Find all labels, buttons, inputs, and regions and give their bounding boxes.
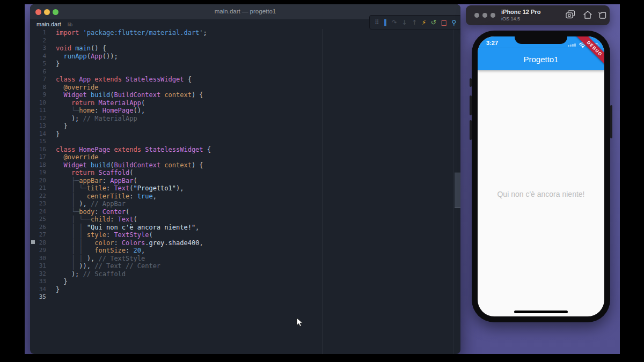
hot-reload-icon[interactable]: ⚡ — [422, 19, 426, 26]
code-line-32[interactable]: 32 ); // Scaffold — [30, 270, 454, 278]
code-line-34[interactable]: 34} — [30, 286, 454, 294]
line-number[interactable]: 24 — [30, 208, 46, 216]
line-number[interactable]: 32 — [30, 270, 46, 278]
hot-restart-icon[interactable]: ↺ — [431, 19, 436, 26]
code-line-14[interactable]: 14} — [30, 130, 454, 138]
sim-minimize-button[interactable] — [482, 13, 487, 18]
stop-icon[interactable]: □ — [441, 19, 447, 26]
color-swatch-decoration[interactable] — [31, 240, 35, 244]
line-number[interactable]: 3 — [30, 45, 46, 53]
line-number[interactable]: 26 — [30, 224, 46, 232]
code-line-22[interactable]: 22 │ centerTitle: true, — [30, 193, 454, 201]
line-number[interactable]: 34 — [30, 286, 46, 294]
code-line-27[interactable]: 27 │ │ style: TextStyle( — [30, 231, 454, 239]
code-line-20[interactable]: 20 ├─appBar: AppBar( — [30, 177, 454, 185]
code-line-35[interactable]: 35 — [30, 293, 454, 301]
tab-main-dart[interactable]: main.dart — [36, 21, 61, 27]
code-line-7[interactable]: 7class App extends StatelessWidget { — [30, 76, 454, 84]
home-icon[interactable] — [583, 10, 592, 21]
code-line-6[interactable]: 6 — [30, 68, 454, 76]
code-text: ); // Scaffold — [46, 270, 126, 278]
code-editor[interactable]: 1import 'package:flutter/material.dart';… — [30, 29, 454, 301]
code-line-8[interactable]: 8 @override — [30, 84, 454, 92]
line-number[interactable]: 6 — [30, 68, 46, 76]
code-line-29[interactable]: 29 │ │ fontSize: 20, — [30, 247, 454, 255]
code-text: } — [46, 286, 60, 294]
code-line-26[interactable]: 26 │ │ "Qui non c'è ancora niente!", — [30, 224, 454, 232]
line-number[interactable]: 8 — [30, 84, 46, 92]
sim-zoom-button[interactable] — [491, 13, 495, 18]
code-line-5[interactable]: 5} — [30, 60, 454, 68]
line-number[interactable]: 35 — [30, 293, 46, 301]
code-line-21[interactable]: 21 │ └─title: Text("Progetto1"), — [30, 184, 454, 193]
line-number[interactable]: 4 — [30, 53, 46, 61]
code-line-28[interactable]: 28 │ │ color: Colors.grey.shade400, — [30, 239, 454, 247]
line-number[interactable]: 12 — [30, 115, 46, 123]
screenshot-icon[interactable] — [566, 10, 576, 21]
code-line-11[interactable]: 11 └─home: HomePage(), — [30, 107, 454, 115]
notch — [515, 36, 567, 44]
drag-handle-icon[interactable]: ⠿ — [375, 19, 379, 26]
code-line-25[interactable]: 25 │ └──child: Text( — [30, 216, 454, 224]
tab-breadcrumb-dir: lib — [68, 22, 72, 27]
line-number[interactable]: 10 — [30, 99, 46, 107]
simulator-titlebar[interactable]: iPhone 12 Pro iOS 14.5 — [466, 5, 610, 25]
step-over-icon[interactable]: ↷ — [392, 19, 397, 26]
home-indicator[interactable] — [514, 311, 568, 313]
line-number[interactable]: 19 — [30, 169, 46, 177]
line-number[interactable]: 14 — [30, 130, 46, 138]
line-number[interactable]: 21 — [30, 184, 46, 193]
code-line-17[interactable]: 17 @override — [30, 153, 454, 161]
line-number[interactable]: 22 — [30, 193, 46, 201]
line-number[interactable]: 7 — [30, 76, 46, 84]
code-line-31[interactable]: 31 │ )), // Text // Center — [30, 262, 454, 270]
code-text: Widget build(BuildContext context) { — [46, 91, 203, 99]
step-out-icon[interactable]: ↑ — [412, 19, 417, 26]
debug-toolbar: ⠿‖↷↓↑⚡↺□⚲ — [369, 15, 460, 29]
line-number[interactable]: 18 — [30, 161, 46, 169]
code-text: @override — [46, 153, 98, 161]
line-number[interactable]: 29 — [30, 247, 46, 255]
line-number[interactable]: 27 — [30, 231, 46, 239]
line-number[interactable]: 25 — [30, 216, 46, 224]
code-line-3[interactable]: 3void main() { — [30, 45, 454, 53]
pause-icon[interactable]: ‖ — [384, 19, 387, 26]
code-text: ); // MaterialApp — [46, 115, 137, 123]
rotate-icon[interactable] — [598, 10, 607, 21]
line-number[interactable]: 5 — [30, 60, 46, 68]
line-number[interactable]: 11 — [30, 107, 46, 115]
line-number[interactable]: 2 — [30, 37, 46, 45]
editor-scrollbar[interactable] — [453, 29, 460, 354]
code-line-1[interactable]: 1import 'package:flutter/material.dart'; — [30, 29, 454, 37]
code-line-15[interactable]: 15 — [30, 138, 454, 146]
line-number[interactable]: 20 — [30, 177, 46, 185]
code-text: } — [46, 130, 60, 138]
code-line-9[interactable]: 9 Widget build(BuildContext context) { — [30, 91, 454, 99]
line-number[interactable]: 33 — [30, 278, 46, 286]
code-line-24[interactable]: 24 └─body: Center( — [30, 208, 454, 216]
code-line-19[interactable]: 19 return Scaffold( — [30, 169, 454, 177]
scrollbar-thumb[interactable] — [455, 173, 460, 208]
code-line-18[interactable]: 18 Widget build(BuildContext context) { — [30, 161, 454, 169]
line-number[interactable]: 13 — [30, 122, 46, 130]
inspector-icon[interactable]: ⚲ — [451, 19, 456, 26]
sim-close-button[interactable] — [474, 13, 479, 18]
code-line-4[interactable]: 4 runApp(App()); — [30, 53, 454, 61]
line-number[interactable]: 23 — [30, 200, 46, 208]
line-number[interactable]: 30 — [30, 255, 46, 263]
line-number[interactable]: 17 — [30, 153, 46, 161]
line-number[interactable]: 1 — [30, 29, 46, 37]
line-number[interactable]: 15 — [30, 138, 46, 146]
code-line-12[interactable]: 12 ); // MaterialApp — [30, 115, 454, 123]
code-line-16[interactable]: 16class HomePage extends StatelessWidget… — [30, 146, 454, 154]
line-number[interactable]: 9 — [30, 91, 46, 99]
code-line-33[interactable]: 33 } — [30, 278, 454, 286]
code-line-30[interactable]: 30 │ │ ), // TextStyle — [30, 255, 454, 263]
code-line-10[interactable]: 10 return MaterialApp( — [30, 99, 454, 107]
code-line-2[interactable]: 2 — [30, 37, 454, 45]
code-line-23[interactable]: 23 │ ), // AppBar — [30, 200, 454, 208]
code-line-13[interactable]: 13 } — [30, 122, 454, 130]
step-into-icon[interactable]: ↓ — [401, 19, 407, 26]
line-number[interactable]: 16 — [30, 146, 46, 154]
line-number[interactable]: 31 — [30, 262, 46, 270]
